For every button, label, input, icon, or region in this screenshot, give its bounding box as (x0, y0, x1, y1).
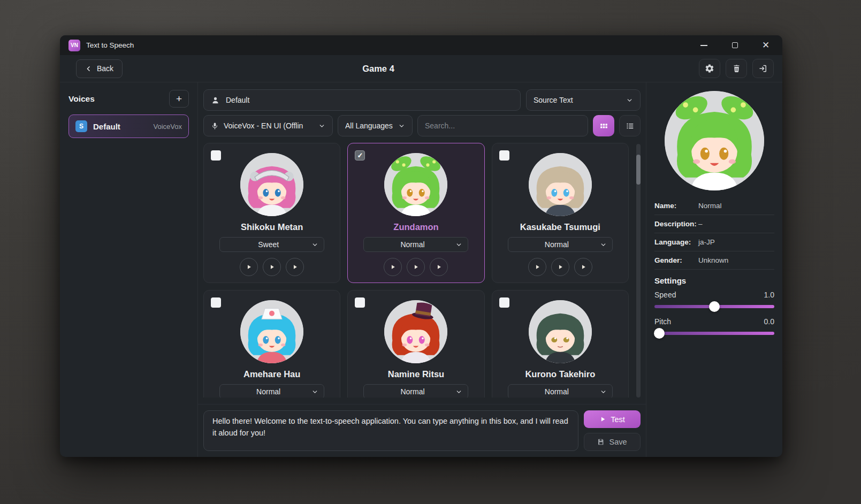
voice-card[interactable]: ✓ Zundamon Normal (347, 143, 484, 283)
detail-value: ja-JP (698, 238, 715, 246)
voice-card[interactable]: ✓ Kasukabe Tsumugi Normal (492, 143, 629, 283)
minimize-button[interactable] (699, 41, 708, 50)
scrollbar-thumb[interactable] (636, 155, 641, 185)
chevron-down-icon (311, 241, 318, 248)
voice-avatar (529, 300, 592, 363)
voice-select-checkbox[interactable]: ✓ (355, 150, 365, 161)
grid-view-button[interactable] (593, 115, 614, 136)
slider-thumb[interactable] (654, 328, 665, 339)
list-view-button[interactable] (619, 115, 641, 136)
play-sample-button[interactable] (430, 258, 448, 276)
close-icon: ✕ (762, 41, 769, 50)
voice-avatar (240, 153, 303, 216)
voice-card[interactable]: ✓ Kurono Takehiro Normal (492, 290, 629, 398)
play-icon (599, 416, 606, 423)
detail-value: – (698, 220, 703, 228)
voice-style-select[interactable]: Normal (508, 237, 613, 252)
plus-icon: + (176, 93, 182, 105)
sidebar-item-engine: VoiceVox (154, 123, 182, 131)
chevron-down-icon (600, 388, 607, 395)
voice-name: Zundamon (393, 222, 438, 232)
save-button-label: Save (609, 438, 627, 446)
voice-grid: ✓ Shikoku Metan Sweet ✓ Zundamon Normal … (203, 143, 629, 398)
grid-icon (599, 121, 608, 131)
play-sample-button[interactable] (286, 258, 304, 276)
play-sample-button[interactable] (574, 258, 592, 276)
play-sample-button[interactable] (407, 258, 425, 276)
profile-name-value: Default (226, 96, 249, 104)
play-icon (268, 263, 276, 271)
desktop-background: VN Text to Speech ✕ Back Game 4 (0, 0, 861, 504)
play-icon (389, 263, 397, 271)
slider-thumb[interactable] (709, 301, 720, 312)
maximize-button[interactable] (730, 41, 740, 50)
voice-samples (384, 258, 448, 276)
voice-card[interactable]: ✓ Namine Ritsu Normal (347, 290, 484, 398)
delete-button[interactable] (726, 59, 747, 78)
speech-text-input[interactable]: Hello there! Welcome to the text-to-spee… (203, 410, 578, 451)
grid-scrollbar[interactable] (636, 144, 641, 398)
save-icon (597, 438, 605, 446)
sidebar-item-default[interactable]: S Default VoiceVox (68, 114, 189, 138)
test-button[interactable]: Test (584, 410, 641, 428)
voice-style-label: Normal (514, 387, 600, 396)
play-sample-button[interactable] (551, 258, 569, 276)
voice-style-select[interactable]: Normal (219, 384, 324, 398)
profile-name-field[interactable]: Default (203, 89, 521, 111)
chevron-down-icon (311, 388, 318, 395)
voice-select-checkbox[interactable]: ✓ (499, 297, 509, 308)
speed-slider[interactable] (654, 301, 774, 312)
settings-button[interactable] (699, 59, 720, 78)
back-button-label: Back (97, 64, 113, 73)
save-button[interactable]: Save (584, 433, 641, 451)
voice-grid-viewport: ✓ Shikoku Metan Sweet ✓ Zundamon Normal … (203, 143, 641, 398)
voice-style-label: Normal (369, 387, 455, 396)
play-sample-button[interactable] (528, 258, 546, 276)
composer: Hello there! Welcome to the text-to-spee… (198, 404, 646, 457)
titlebar[interactable]: VN Text to Speech ✕ (60, 35, 782, 55)
voice-select-checkbox[interactable]: ✓ (499, 150, 509, 161)
check-icon: ✓ (357, 152, 363, 159)
voice-style-select[interactable]: Sweet (219, 237, 324, 252)
search-input[interactable] (417, 115, 588, 136)
voice-card[interactable]: ✓ Amehare Hau Normal (203, 290, 340, 398)
chevron-left-icon (85, 65, 92, 72)
signout-button[interactable] (752, 59, 774, 78)
slider-label: Speed (654, 291, 676, 299)
detail-label: Name: (654, 202, 698, 210)
voices-heading: Voices (68, 94, 95, 104)
play-sample-button[interactable] (384, 258, 402, 276)
detail-value: Normal (698, 202, 722, 210)
pitch-row: Pitch0.0 (654, 317, 774, 326)
play-sample-button[interactable] (240, 258, 258, 276)
voice-style-select[interactable]: Normal (363, 384, 468, 398)
slider-label: Pitch (654, 317, 671, 326)
back-button[interactable]: Back (76, 59, 123, 78)
voice-style-label: Sweet (225, 240, 311, 249)
voice-style-select[interactable]: Normal (363, 237, 468, 252)
chevron-down-icon (318, 123, 325, 129)
gear-icon (705, 64, 714, 73)
test-button-label: Test (611, 415, 625, 424)
add-voice-button[interactable]: + (169, 90, 189, 108)
pitch-slider[interactable] (654, 328, 774, 339)
engine-select[interactable]: VoiceVox - EN UI (Offlin (203, 115, 333, 136)
voice-select-checkbox[interactable]: ✓ (211, 297, 221, 308)
voice-style-select[interactable]: Normal (508, 384, 613, 398)
voice-style-label: Normal (225, 387, 311, 396)
play-icon (435, 263, 443, 271)
engine-select-value: VoiceVox - EN UI (Offlin (224, 121, 314, 130)
close-button[interactable]: ✕ (761, 41, 771, 50)
language-select[interactable]: All Languages (338, 115, 413, 136)
voice-samples (528, 258, 592, 276)
voice-name: Shikoku Metan (241, 222, 303, 232)
voice-style-label: Normal (369, 240, 455, 249)
voice-select-checkbox[interactable]: ✓ (355, 297, 365, 308)
header: Back Game 4 (60, 55, 782, 82)
play-sample-button[interactable] (263, 258, 281, 276)
voice-select-checkbox[interactable]: ✓ (211, 150, 221, 161)
voice-card[interactable]: ✓ Shikoku Metan Sweet (203, 143, 340, 283)
play-icon (245, 263, 253, 271)
source-text-select[interactable]: Source Text (526, 89, 641, 111)
chevron-down-icon (455, 388, 462, 395)
